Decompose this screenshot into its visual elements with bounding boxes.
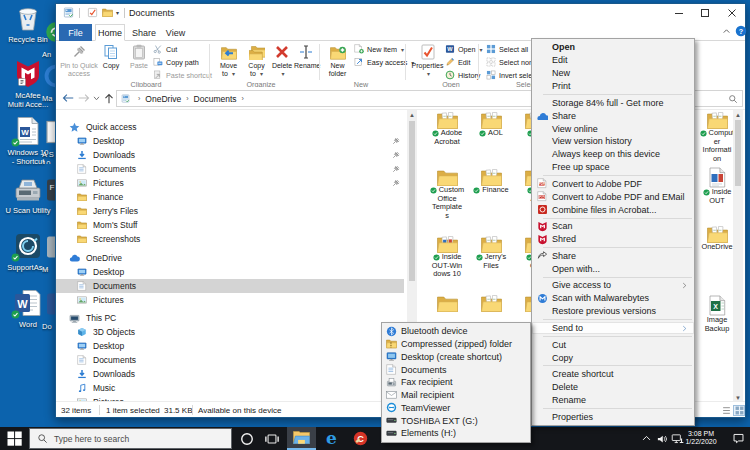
ribbon-new-item-button[interactable]: New item ▾ bbox=[354, 43, 406, 56]
sidebar-item-onedrive-documents[interactable]: Documents bbox=[56, 279, 404, 293]
menu-item-convert-to-adobe-pdf-and-email[interactable]: Convert to Adobe PDF and EMail bbox=[532, 190, 694, 203]
scrollbar-thumb[interactable] bbox=[735, 120, 741, 186]
menu-item-edit[interactable]: Edit bbox=[532, 54, 694, 67]
menu-item-delete[interactable]: Delete bbox=[532, 381, 694, 394]
menu-item-new[interactable]: New bbox=[532, 67, 694, 80]
sidebar-item-this-pc[interactable]: This PC bbox=[56, 311, 404, 325]
sidebar-item-this-pc-3d-objects[interactable]: 3D Objects bbox=[56, 325, 404, 339]
taskbar-edge-button[interactable]: e bbox=[318, 427, 345, 450]
sidebar-item-quick-access-downloads[interactable]: Downloads bbox=[56, 148, 404, 162]
submenu-item-elements-h-[interactable]: Elements (H:) bbox=[382, 427, 530, 440]
scroll-down-arrow[interactable]: ▼ bbox=[733, 393, 743, 401]
tab-share[interactable]: Share bbox=[129, 24, 159, 41]
taskbar-explorer-button[interactable] bbox=[287, 427, 316, 450]
menu-item-free-up-space[interactable]: Free up space bbox=[532, 161, 694, 174]
menu-item-storage-84-full-get-more[interactable]: Storage 84% full - Get more bbox=[532, 96, 694, 109]
scrollbar-thumb[interactable] bbox=[409, 121, 415, 281]
scroll-up-arrow[interactable]: ▲ bbox=[407, 110, 417, 119]
file-tile-jerry-s[interactable]: Jerry'sFiles bbox=[468, 236, 514, 270]
taskbar-search[interactable]: Type here to search bbox=[29, 428, 232, 449]
up-button[interactable] bbox=[102, 90, 116, 106]
details-view-button[interactable] bbox=[720, 405, 732, 416]
scroll-up-arrow[interactable]: ▲ bbox=[733, 110, 743, 119]
task-view-button[interactable] bbox=[261, 427, 283, 450]
menu-item-share[interactable]: Share bbox=[532, 109, 694, 122]
menu-item-shred[interactable]: Shred bbox=[532, 233, 694, 246]
submenu-item-bluetooth-device[interactable]: Bluetooth device bbox=[382, 325, 530, 338]
ribbon-move-to-button[interactable]: Moveto ▾ bbox=[215, 43, 242, 83]
sidebar-item-onedrive-desktop[interactable]: Desktop bbox=[56, 265, 404, 279]
menu-item-convert-to-adobe-pdf[interactable]: PDFConvert to Adobe PDF bbox=[532, 177, 694, 190]
menu-item-restore-previous-versions[interactable]: Restore previous versions bbox=[532, 305, 694, 318]
taskbar-clock[interactable]: 3:08 PM1/22/2020 bbox=[681, 430, 721, 446]
menu-item-open-with-[interactable]: Open with... bbox=[532, 262, 694, 275]
ribbon-new-folder-button[interactable]: Newfolder bbox=[323, 43, 352, 83]
sidebar-item-quick-access[interactable]: Quick access bbox=[56, 120, 404, 134]
cortana-button[interactable] bbox=[236, 427, 258, 450]
submenu-item-desktop-create-shortcut-[interactable]: Desktop (create shortcut) bbox=[382, 351, 530, 364]
menu-item-combine-files-in-acrobat-[interactable]: Combine files in Acrobat... bbox=[532, 203, 694, 216]
sidebar-item-this-pc-documents[interactable]: Documents bbox=[56, 353, 404, 367]
qat-new-folder-button[interactable] bbox=[102, 8, 113, 17]
close-button[interactable] bbox=[719, 4, 745, 22]
menu-item-share[interactable]: Share bbox=[532, 249, 694, 262]
file-tile-comput[interactable]: ComputerInformation bbox=[694, 112, 733, 163]
ribbon-easy-access-button[interactable]: Easy access ▾ bbox=[354, 56, 406, 69]
thumbnails-view-button[interactable] bbox=[733, 405, 745, 416]
sidebar-item-quick-access-desktop[interactable]: Desktop bbox=[56, 134, 404, 148]
submenu-item-toshiba-ext-g-[interactable]: TOSHIBA EXT (G:) bbox=[382, 414, 530, 427]
menu-item-create-shortcut[interactable]: Create shortcut bbox=[532, 368, 694, 381]
ribbon-properties-button[interactable]: Properties▾ bbox=[411, 43, 444, 83]
start-button[interactable] bbox=[0, 427, 29, 450]
help-icon[interactable]: ? bbox=[735, 25, 747, 37]
menu-item-print[interactable]: Print bbox=[532, 80, 694, 93]
sidebar-item-onedrive-pictures[interactable]: Pictures bbox=[56, 293, 404, 307]
qat-customize-chevron[interactable]: ▾ bbox=[116, 9, 119, 16]
tray-expand-button[interactable] bbox=[638, 427, 654, 450]
forward-button[interactable] bbox=[77, 90, 91, 106]
menu-item-copy[interactable]: Copy bbox=[532, 351, 694, 364]
submenu-item-compressed-zipped-folder[interactable]: Compressed (zipped) folder bbox=[382, 338, 530, 351]
submenu-item-mail-recipient[interactable]: Mail recipient bbox=[382, 389, 530, 402]
file-tile-inside[interactable]: InsideOUT-Windows 10 bbox=[424, 236, 470, 279]
file-tile-custom[interactable]: CustomOfficeTemplates bbox=[424, 169, 470, 220]
sidebar-item-this-pc-downloads[interactable]: Downloads bbox=[56, 367, 404, 381]
sidebar-item-this-pc-desktop[interactable]: Desktop bbox=[56, 339, 404, 353]
file-scrollbar[interactable]: ▲▼ bbox=[733, 110, 743, 401]
action-center-button[interactable] bbox=[728, 427, 748, 450]
breadcrumb-documents[interactable]: Documents bbox=[194, 94, 237, 104]
maximize-button[interactable] bbox=[692, 4, 718, 22]
ribbon-collapse-icon[interactable] bbox=[722, 27, 731, 36]
ribbon-copy-button[interactable]: Copy bbox=[98, 43, 124, 83]
back-button[interactable] bbox=[61, 90, 75, 106]
file-tile-inside[interactable]: InsideOUT bbox=[694, 167, 733, 205]
ribbon-pin-to-quick-access-button[interactable]: Pin to Quickaccess bbox=[60, 43, 98, 83]
minimize-button[interactable] bbox=[666, 4, 692, 22]
taskbar-ccleaner-button[interactable]: C bbox=[347, 427, 374, 450]
file-tile-folder[interactable] bbox=[468, 295, 514, 312]
tab-home[interactable]: Home bbox=[95, 24, 125, 41]
menu-item-rename[interactable]: Rename bbox=[532, 394, 694, 407]
menu-item-view-online[interactable]: View online bbox=[532, 122, 694, 135]
ribbon-edit-button[interactable]: Edit bbox=[445, 56, 491, 69]
menu-item-view-version-history[interactable]: View version history bbox=[532, 135, 694, 148]
menu-item-scan[interactable]: Scan bbox=[532, 220, 694, 233]
menu-item-properties[interactable]: Properties bbox=[532, 410, 694, 423]
menu-item-always-keep-on-this-device[interactable]: Always keep on this device bbox=[532, 148, 694, 161]
file-tile-image[interactable]: XImageBackup bbox=[694, 295, 733, 333]
file-tile-finance[interactable]: Finance bbox=[468, 169, 514, 195]
ribbon-rename-button[interactable]: Rename bbox=[294, 43, 318, 83]
sidebar-item-onedrive[interactable]: OneDrive bbox=[56, 251, 404, 265]
address-bar[interactable]: ›OneDrive›Documents› bbox=[116, 90, 571, 107]
ribbon-delete-button[interactable]: Delete▾ bbox=[271, 43, 293, 83]
menu-item-cut[interactable]: Cut bbox=[532, 338, 694, 351]
sidebar-item-quick-access-jerry-s-files[interactable]: Jerry's Files bbox=[56, 204, 404, 218]
file-tile-onedrive[interactable]: OneDrive bbox=[694, 226, 733, 252]
breadcrumb-onedrive[interactable]: OneDrive bbox=[145, 94, 181, 104]
file-tile-folder[interactable] bbox=[424, 295, 470, 312]
menu-item-scan-with-malwarebytes[interactable]: Scan with Malwarebytes bbox=[532, 292, 694, 305]
qat-properties-button[interactable] bbox=[87, 7, 98, 18]
sidebar-item-quick-access-mom-s-stuff[interactable]: Mom's Stuff bbox=[56, 218, 404, 232]
sidebar-item-quick-access-documents[interactable]: Documents bbox=[56, 162, 404, 176]
menu-item-give-access-to[interactable]: Give access to bbox=[532, 279, 694, 292]
